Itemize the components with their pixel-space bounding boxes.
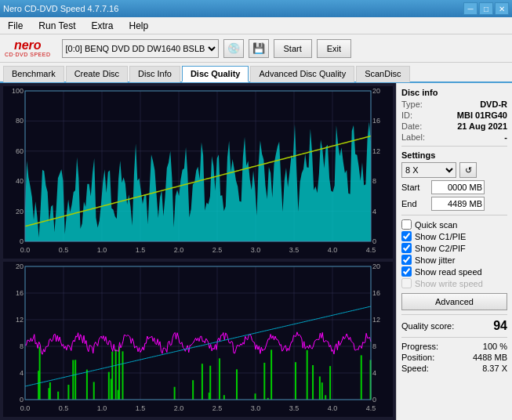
show-jitter-checkbox[interactable] bbox=[401, 255, 412, 265]
speed-row: 8 X ↺ bbox=[401, 162, 507, 178]
show-write-speed-checkbox bbox=[401, 278, 412, 288]
settings-title: Settings bbox=[401, 150, 507, 160]
reset-icon-button[interactable]: ↺ bbox=[459, 162, 477, 178]
exit-button[interactable]: Exit bbox=[317, 39, 351, 58]
show-c2-checkbox[interactable] bbox=[401, 243, 412, 253]
show-c1-row: Show C1/PIE bbox=[401, 231, 507, 241]
save-icon-button[interactable]: 💾 bbox=[249, 39, 269, 58]
end-mb-input[interactable] bbox=[431, 197, 485, 211]
tab-create-disc[interactable]: Create Disc bbox=[66, 66, 128, 82]
title-bar: Nero CD-DVD Speed 4.7.7.16 ─ □ ✕ bbox=[0, 0, 512, 17]
progress-label: Progress: bbox=[401, 342, 438, 351]
start-label: Start bbox=[401, 183, 428, 192]
date-value: 21 Aug 2021 bbox=[457, 121, 507, 131]
divider-2 bbox=[401, 215, 507, 215]
tab-disc-info[interactable]: Disc Info bbox=[129, 66, 180, 82]
divider-3 bbox=[401, 314, 507, 315]
position-row: Position: 4488 MB bbox=[401, 353, 507, 362]
type-label: Type: bbox=[401, 100, 423, 109]
window-title: Nero CD-DVD Speed 4.7.7.16 bbox=[3, 4, 118, 13]
quality-score-value: 94 bbox=[493, 319, 507, 333]
disc-info-title: Disc info bbox=[401, 88, 507, 97]
quality-score-row: Quality score: 94 bbox=[401, 319, 507, 333]
start-mb-input[interactable] bbox=[431, 180, 485, 194]
maximize-button[interactable]: □ bbox=[479, 2, 493, 15]
start-button[interactable]: Start bbox=[274, 39, 312, 58]
show-c2-label: Show C2/PIF bbox=[415, 244, 466, 253]
label-value: - bbox=[504, 132, 507, 142]
show-c1-label: Show C1/PIE bbox=[415, 232, 466, 241]
tab-benchmark[interactable]: Benchmark bbox=[3, 66, 64, 82]
divider-4 bbox=[401, 337, 507, 338]
start-mb-row: Start bbox=[401, 180, 507, 194]
speed-row-progress: Speed: 8.37 X bbox=[401, 364, 507, 373]
disc-id-row: ID: MBI 01RG40 bbox=[401, 110, 507, 120]
close-button[interactable]: ✕ bbox=[495, 2, 509, 15]
show-c2-row: Show C2/PIF bbox=[401, 243, 507, 253]
disc-type-row: Type: DVD-R bbox=[401, 100, 507, 109]
id-value: MBI 01RG40 bbox=[457, 110, 507, 120]
nero-logo: nero CD·DVD SPEED bbox=[5, 39, 51, 57]
tab-advanced-disc-quality[interactable]: Advanced Disc Quality bbox=[250, 66, 354, 82]
progress-value: 100 % bbox=[483, 342, 507, 351]
label-label: Label: bbox=[401, 132, 425, 142]
pi-errors-chart bbox=[3, 86, 393, 259]
tab-bar: Benchmark Create Disc Disc Info Disc Qua… bbox=[0, 63, 512, 83]
main-content: Disc info Type: DVD-R ID: MBI 01RG40 Dat… bbox=[0, 83, 512, 420]
drive-select[interactable]: [0:0] BENQ DVD DD DW1640 BSLB bbox=[62, 39, 219, 58]
window-controls: ─ □ ✕ bbox=[463, 2, 509, 15]
id-label: ID: bbox=[401, 110, 412, 120]
speed-select[interactable]: 8 X bbox=[401, 162, 456, 178]
quick-scan-row: Quick scan bbox=[401, 219, 507, 230]
show-read-speed-row: Show read speed bbox=[401, 266, 507, 277]
show-jitter-label: Show jitter bbox=[415, 255, 455, 265]
end-mb-row: End bbox=[401, 197, 507, 211]
quick-scan-label: Quick scan bbox=[415, 220, 457, 230]
menu-bar: File Run Test Extra Help bbox=[0, 17, 512, 34]
tab-scan-disc[interactable]: ScanDisc bbox=[356, 66, 409, 82]
charts-area bbox=[0, 83, 396, 420]
end-label: End bbox=[401, 199, 428, 208]
show-jitter-row: Show jitter bbox=[401, 255, 507, 265]
menu-extra[interactable]: Extra bbox=[86, 19, 118, 33]
speed-label: Speed: bbox=[401, 364, 429, 373]
quick-scan-checkbox[interactable] bbox=[401, 219, 412, 230]
jitter-chart bbox=[3, 262, 393, 417]
position-label: Position: bbox=[401, 353, 434, 362]
disc-date-row: Date: 21 Aug 2021 bbox=[401, 121, 507, 131]
upper-chart bbox=[3, 86, 393, 260]
menu-file[interactable]: File bbox=[3, 19, 27, 33]
progress-section: Progress: 100 % Position: 4488 MB Speed:… bbox=[401, 342, 507, 373]
progress-row: Progress: 100 % bbox=[401, 342, 507, 351]
disc-icon-button[interactable]: 💿 bbox=[223, 39, 244, 58]
quality-score-label: Quality score: bbox=[401, 321, 454, 331]
lower-chart bbox=[3, 262, 393, 418]
show-write-speed-label: Show write speed bbox=[415, 279, 483, 288]
nero-subtitle: CD·DVD SPEED bbox=[5, 52, 51, 57]
advanced-button[interactable]: Advanced bbox=[401, 293, 507, 310]
show-read-speed-label: Show read speed bbox=[415, 267, 482, 277]
menu-run-test[interactable]: Run Test bbox=[34, 19, 80, 33]
show-c1-checkbox[interactable] bbox=[401, 231, 412, 241]
type-value: DVD-R bbox=[480, 100, 507, 109]
tab-disc-quality[interactable]: Disc Quality bbox=[182, 66, 249, 82]
divider-1 bbox=[401, 146, 507, 147]
toolbar: nero CD·DVD SPEED [0:0] BENQ DVD DD DW16… bbox=[0, 34, 512, 63]
menu-help[interactable]: Help bbox=[125, 19, 154, 33]
disc-label-row: Label: - bbox=[401, 132, 507, 142]
show-read-speed-checkbox[interactable] bbox=[401, 266, 412, 277]
show-write-speed-row: Show write speed bbox=[401, 278, 507, 288]
nero-logo-text: nero bbox=[14, 39, 42, 52]
right-panel: Disc info Type: DVD-R ID: MBI 01RG40 Dat… bbox=[396, 83, 512, 420]
speed-value: 8.37 X bbox=[482, 364, 507, 373]
minimize-button[interactable]: ─ bbox=[463, 2, 478, 15]
position-value: 4488 MB bbox=[473, 353, 507, 362]
date-label: Date: bbox=[401, 121, 422, 131]
